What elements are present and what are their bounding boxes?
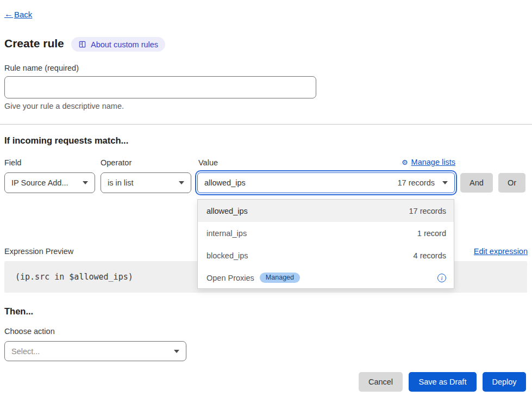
list-option-internal-ips[interactable]: internal_ips 1 record: [198, 222, 454, 244]
chevron-down-icon: [442, 181, 448, 184]
value-label: Value: [198, 158, 218, 167]
list-option-blocked-ips[interactable]: blocked_ips 4 records: [198, 244, 454, 267]
action-select-placeholder: Select...: [11, 347, 174, 356]
list-option-name: internal_ips: [206, 229, 417, 238]
expression-preview-label: Expression Preview: [4, 247, 73, 256]
about-badge-label: About custom rules: [91, 40, 158, 49]
manage-lists-label: Manage lists: [411, 158, 455, 166]
rule-name-input[interactable]: [4, 76, 316, 98]
list-option-name: allowed_ips: [206, 207, 409, 215]
edit-expression-link[interactable]: Edit expression: [474, 247, 528, 256]
list-option-allowed-ips[interactable]: allowed_ips 17 records: [198, 200, 454, 222]
expression-code: (ip.src in $allowed_ips): [15, 272, 133, 282]
back-link[interactable]: ←Back: [4, 9, 32, 19]
list-option-name: Open Proxies: [206, 274, 254, 282]
list-option-record-count: 4 records: [414, 251, 446, 260]
list-option-name: blocked_ips: [206, 251, 414, 260]
field-select[interactable]: IP Source Add...: [4, 172, 95, 193]
info-icon[interactable]: [437, 274, 446, 282]
manage-lists-link[interactable]: ⚙ Manage lists: [402, 158, 455, 166]
value-dropdown-panel: allowed_ips 17 records internal_ips 1 re…: [197, 199, 454, 289]
list-option-record-count: 17 records: [409, 207, 446, 215]
choose-action-label: Choose action: [4, 327, 55, 336]
value-select-value: allowed_ips: [204, 178, 397, 187]
field-label: Field: [4, 158, 21, 167]
field-select-value: IP Source Add...: [11, 178, 83, 187]
deploy-button[interactable]: Deploy: [483, 372, 526, 392]
create-rule-page: ←Back Create rule About custom rules Rul…: [0, 0, 532, 402]
back-arrow-icon: ←: [4, 9, 13, 19]
and-button[interactable]: And: [460, 173, 493, 193]
rule-name-helper-text: Give your rule a descriptive name.: [4, 102, 124, 110]
chevron-down-icon: [179, 181, 184, 184]
page-title: Create rule: [4, 37, 64, 50]
about-custom-rules-badge[interactable]: About custom rules: [71, 37, 165, 52]
match-section-heading: If incoming requests match...: [4, 135, 128, 146]
back-link-label: Back: [14, 10, 32, 19]
book-icon: [78, 40, 86, 48]
operator-select-value: is in list: [108, 178, 179, 187]
or-button[interactable]: Or: [498, 173, 525, 193]
chevron-down-icon: [83, 181, 88, 184]
list-option-open-proxies[interactable]: Open Proxies Managed: [198, 267, 454, 289]
action-select[interactable]: Select...: [4, 341, 186, 361]
chevron-down-icon: [174, 350, 179, 353]
operator-select[interactable]: is in list: [101, 172, 191, 193]
gear-icon: ⚙: [402, 159, 408, 166]
value-select[interactable]: allowed_ips 17 records: [197, 172, 455, 193]
value-select-record-count: 17 records: [397, 178, 435, 187]
rule-name-label: Rule name (required): [4, 64, 79, 72]
section-divider: [0, 124, 532, 125]
operator-label: Operator: [101, 158, 132, 167]
then-section-heading: Then...: [4, 306, 33, 317]
managed-badge: Managed: [260, 273, 300, 283]
save-as-draft-button[interactable]: Save as Draft: [409, 372, 477, 392]
list-option-record-count: 1 record: [417, 229, 446, 238]
cancel-button[interactable]: Cancel: [359, 372, 403, 392]
